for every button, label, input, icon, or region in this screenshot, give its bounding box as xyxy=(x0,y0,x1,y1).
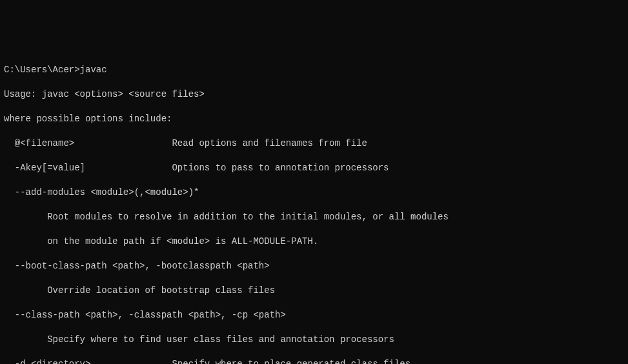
option-boot-class-path: --boot-class-path <path>, -bootclasspath… xyxy=(4,260,624,272)
prompt-line: C:\Users\Acer>javac xyxy=(4,64,624,76)
option-class-path: --class-path <path>, -classpath <path>, … xyxy=(4,309,624,321)
option-boot-class-path-desc: Override location of bootstrap class fil… xyxy=(4,285,624,297)
terminal-output[interactable]: C:\Users\Acer>javac Usage: javac <option… xyxy=(4,52,624,364)
option-add-modules-desc2: on the module path if <module> is ALL-MO… xyxy=(4,236,624,248)
option-at-filename: @<filename> Read options and filenames f… xyxy=(4,137,624,150)
option-akey: -Akey[=value] Options to pass to annotat… xyxy=(4,162,624,174)
option-add-modules: --add-modules <module>(,<module>)* xyxy=(4,187,624,199)
option-add-modules-desc1: Root modules to resolve in addition to t… xyxy=(4,211,624,223)
option-d: -d <directory> Specify where to place ge… xyxy=(4,358,624,364)
where-header: where possible options include: xyxy=(4,113,624,125)
usage-line: Usage: javac <options> <source files> xyxy=(4,88,624,101)
option-class-path-desc: Specify where to find user class files a… xyxy=(4,334,624,346)
